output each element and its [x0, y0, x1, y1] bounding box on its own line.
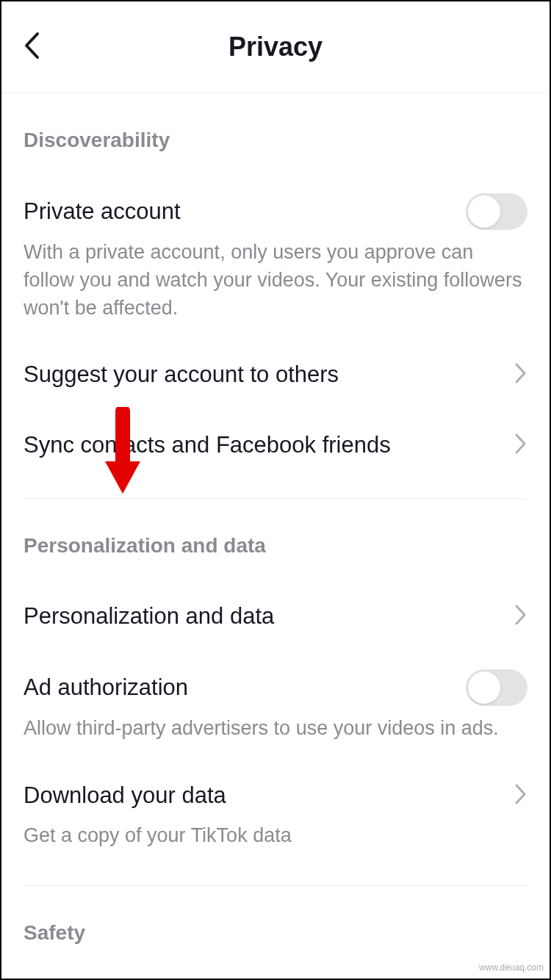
- setting-label: Download your data: [24, 782, 226, 809]
- setting-desc: Get a copy of your TikTok data: [24, 813, 527, 850]
- chevron-right-icon: [514, 433, 527, 458]
- setting-desc: With a private account, only users you a…: [24, 230, 527, 322]
- setting-private-account: Private account With a private account, …: [24, 158, 527, 322]
- setting-label: Suggest your account to others: [24, 361, 339, 388]
- setting-label: Ad authorization: [24, 674, 188, 701]
- setting-personalization-data[interactable]: Personalization and data: [24, 563, 527, 634]
- watermark: www.deuaq.com: [479, 962, 544, 973]
- private-account-toggle[interactable]: [466, 193, 527, 230]
- header: Privacy: [1, 1, 550, 93]
- chevron-right-icon: [514, 362, 527, 387]
- chevron-right-icon: [514, 783, 527, 808]
- ad-authorization-toggle[interactable]: [466, 669, 527, 706]
- toggle-knob: [468, 671, 500, 704]
- toggle-knob: [468, 195, 500, 228]
- content: Discoverability Private account With a p…: [1, 93, 550, 980]
- section-header-personalization: Personalization and data: [24, 499, 527, 563]
- back-button[interactable]: [22, 31, 41, 63]
- setting-label: Private account: [24, 198, 181, 225]
- setting-sync-contacts[interactable]: Sync contacts and Facebook friends: [24, 392, 527, 463]
- section-header-safety: Safety: [24, 886, 527, 951]
- setting-download-data[interactable]: Download your data Get a copy of your Ti…: [24, 743, 527, 850]
- page-title: Privacy: [228, 32, 323, 62]
- chevron-right-icon: [514, 604, 527, 629]
- setting-label: Personalization and data: [24, 603, 274, 630]
- setting-desc: Allow third-party advertisers to use you…: [24, 706, 527, 743]
- setting-label: Sync contacts and Facebook friends: [24, 432, 391, 458]
- setting-downloads[interactable]: Downloads On: [24, 951, 527, 980]
- chevron-left-icon: [22, 31, 41, 60]
- section-header-discoverability: Discoverability: [24, 93, 527, 158]
- setting-suggest-account[interactable]: Suggest your account to others: [24, 322, 527, 392]
- setting-ad-authorization: Ad authorization Allow third-party adver…: [24, 634, 527, 743]
